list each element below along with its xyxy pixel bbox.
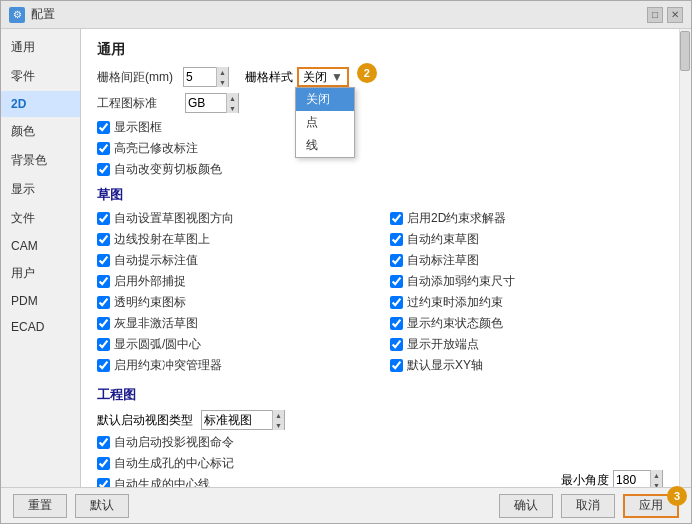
sketch-checkboxes: 自动设置草图视图方向 边线投射在草图上 自动提示标注值 启用外部捕捉 [97,210,663,378]
sketch-right-0-cb[interactable] [390,212,403,225]
sketch-left-6-cb[interactable] [97,338,110,351]
grid-spacing-input-wrap: ▲ ▼ [183,67,229,87]
sketch-right-0-label: 启用2D约束求解器 [407,210,506,227]
angle-inputs: 最小角度 ▲ ▼ 最大角度 [561,434,663,487]
grid-style-dropdown-menu: 关闭 点 线 [295,87,355,158]
grid-spacing-input[interactable] [184,68,216,86]
sidebar-item-pdm[interactable]: PDM [1,288,80,314]
sketch-right-4-label: 过约束时添加约束 [407,294,503,311]
min-angle-spinners: ▲ ▼ [650,470,662,487]
sketch-right-7-label: 默认显示XY轴 [407,357,483,374]
sketch-right-6: 显示开放端点 [390,336,663,353]
min-angle-down[interactable]: ▼ [650,480,662,487]
eng-item-1-cb[interactable] [97,457,110,470]
sidebar-item-color[interactable]: 颜色 [1,117,80,146]
sketch-left-7-cb[interactable] [97,359,110,372]
grid-style-dropdown-trigger[interactable]: 关闭 ▼ [297,67,349,87]
confirm-button[interactable]: 确认 [499,494,553,518]
eng-item-2-cb[interactable] [97,478,110,487]
reset-button[interactable]: 重置 [13,494,67,518]
dropdown-item-dot[interactable]: 点 [296,111,354,134]
auto-change-clip-label: 自动改变剪切板颜色 [114,161,222,178]
eng-item-0-cb[interactable] [97,436,110,449]
eng-view-type-down[interactable]: ▼ [272,420,284,430]
drawing-standard-input[interactable] [186,96,226,110]
sketch-right-6-cb[interactable] [390,338,403,351]
sketch-right-3-cb[interactable] [390,275,403,288]
grid-spacing-label: 栅格间距(mm) [97,69,177,86]
scrollbar-thumb[interactable] [680,31,690,71]
sketch-left-0-cb[interactable] [97,212,110,225]
sketch-left-4-label: 透明约束图标 [114,294,186,311]
sketch-left-7-label: 启用约束冲突管理器 [114,357,222,374]
grid-spacing-down[interactable]: ▼ [216,77,228,87]
sidebar-item-ecad[interactable]: ECAD [1,314,80,340]
sketch-left-3: 启用外部捕捉 [97,273,370,290]
sidebar-item-general[interactable]: 通用 [1,33,80,62]
sketch-left-3-label: 启用外部捕捉 [114,273,186,290]
dropdown-item-close[interactable]: 关闭 [296,88,354,111]
eng-view-type-input[interactable] [202,413,272,427]
drawing-standard-label: 工程图标准 [97,95,177,112]
eng-view-type-spinners: ▲ ▼ [272,410,284,430]
min-angle-label: 最小角度 [561,472,609,488]
sidebar-item-2d[interactable]: 2D [1,91,80,117]
min-angle-up[interactable]: ▲ [650,470,662,480]
sidebar-item-parts[interactable]: 零件 [1,62,80,91]
drawing-standard-spinners: ▲ ▼ [226,93,238,113]
cancel-button[interactable]: 取消 [561,494,615,518]
sketch-left-3-cb[interactable] [97,275,110,288]
highlight-modified-label: 高亮已修改标注 [114,140,198,157]
bottom-right-buttons: 确认 取消 应用 3 [499,494,679,518]
sketch-right-6-label: 显示开放端点 [407,336,479,353]
eng-item-0: 自动启动投影视图命令 [97,434,541,451]
sketch-right-1-cb[interactable] [390,233,403,246]
sketch-left-4-cb[interactable] [97,296,110,309]
sketch-left-0: 自动设置草图视图方向 [97,210,370,227]
eng-checkboxes: 自动启动投影视图命令 自动生成孔的中心标记 自动生成的中心线 自动生成柱面和圆锥… [97,434,541,487]
content-area: 通用 栅格间距(mm) ▲ ▼ 栅格样式 [81,29,679,487]
sidebar-item-background[interactable]: 背景色 [1,146,80,175]
eng-view-type-label: 默认启动视图类型 [97,412,193,429]
default-button[interactable]: 默认 [75,494,129,518]
sidebar-item-file[interactable]: 文件 [1,204,80,233]
sketch-right-4-cb[interactable] [390,296,403,309]
restore-button[interactable]: □ [647,7,663,23]
badge-2: 2 [357,63,377,83]
sidebar-item-cam[interactable]: CAM [1,233,80,259]
sketch-right-5-cb[interactable] [390,317,403,330]
sketch-left-2-cb[interactable] [97,254,110,267]
sketch-right-2-cb[interactable] [390,254,403,267]
title-bar-left: ⚙ 配置 [9,6,55,23]
sketch-left-1-label: 边线投射在草图上 [114,231,210,248]
auto-change-clip-checkbox[interactable] [97,163,110,176]
badge-3: 3 [667,486,687,506]
dropdown-item-line[interactable]: 线 [296,134,354,157]
drawing-standard-up[interactable]: ▲ [226,93,238,103]
eng-item-0-label: 自动启动投影视图命令 [114,434,234,451]
sketch-left-6: 显示圆弧/圆中心 [97,336,370,353]
sketch-right-5: 显示约束状态颜色 [390,315,663,332]
main-content: 通用 零件 2D 颜色 背景色 显示 文件 CAM 用户 PDM ECAD 通用… [1,29,691,487]
grid-style-group: 栅格样式 关闭 ▼ 关闭 点 线 2 [245,67,349,87]
sketch-right-7-cb[interactable] [390,359,403,372]
sketch-section-title: 草图 [97,186,663,204]
sketch-left-7: 启用约束冲突管理器 [97,357,370,374]
sidebar-item-user[interactable]: 用户 [1,259,80,288]
drawing-standard-down[interactable]: ▼ [226,103,238,113]
eng-view-type-up[interactable]: ▲ [272,410,284,420]
scrollbar[interactable] [679,29,691,487]
sidebar-item-display[interactable]: 显示 [1,175,80,204]
grid-spacing-up[interactable]: ▲ [216,67,228,77]
min-angle-input[interactable] [614,471,650,487]
sketch-left-5-cb[interactable] [97,317,110,330]
apply-button[interactable]: 应用 3 [623,494,679,518]
show-grid-checkbox[interactable] [97,121,110,134]
sketch-left-1-cb[interactable] [97,233,110,246]
drawing-standard-row: 工程图标准 ▲ ▼ [97,93,663,113]
highlight-modified-checkbox[interactable] [97,142,110,155]
close-button[interactable]: ✕ [667,7,683,23]
show-grid-row: 显示图框 [97,119,663,136]
engineering-section-title: 工程图 [97,386,663,404]
grid-spacing-group: 栅格间距(mm) ▲ ▼ [97,67,229,87]
